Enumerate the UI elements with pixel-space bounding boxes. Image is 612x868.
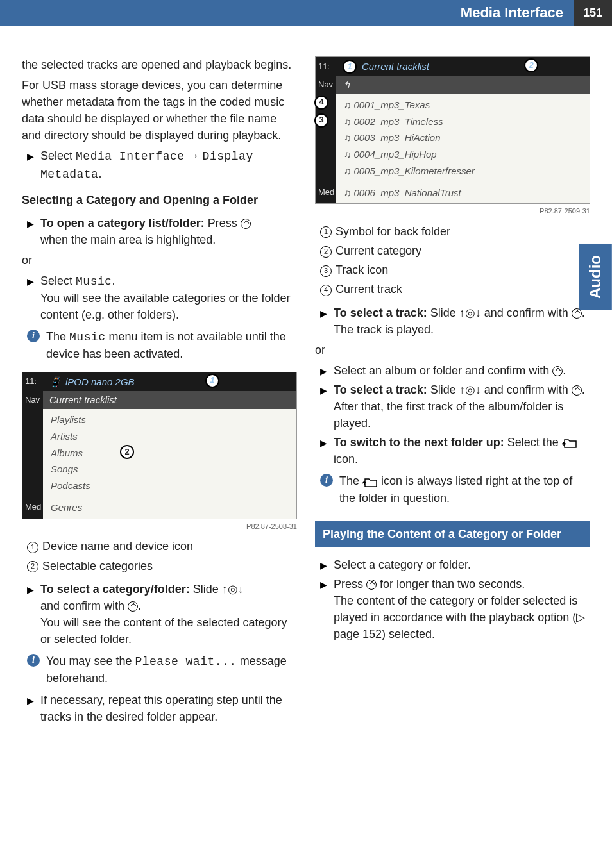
step-select-track-1: ▶ To select a track: Slide ↑◎↓ and confi… — [315, 305, 590, 338]
triangle-icon: ▶ — [27, 147, 34, 182]
callout-2: 2 — [524, 58, 538, 72]
heading-selecting-category: Selecting a Category and Opening a Folde… — [22, 192, 297, 208]
legend-list-1: 1Device name and device icon 2Selectable… — [22, 538, 297, 574]
legend-list-2: 1Symbol for back folder 2Current categor… — [315, 223, 590, 297]
step-select-category-play: ▶ Select a category or folder. — [315, 556, 590, 573]
list-item: Podcasts — [43, 478, 296, 494]
track-icon: ♫ — [344, 132, 353, 143]
step-press-long: ▶ Press for longer than two seconds. The… — [315, 576, 590, 642]
page-number: 151 — [574, 0, 612, 26]
subheading-playing-content: Playing the Content of a Category or Fol… — [315, 521, 590, 547]
step-select-display-metadata: ▶ Select Media Interface → Display Metad… — [22, 147, 297, 182]
list-item: ♫ 0005_mp3_Kilometerfresser — [336, 163, 590, 179]
list-item: Albums — [43, 445, 296, 462]
triangle-icon: ▶ — [320, 305, 327, 338]
slide-icon: ↑◎↓ — [459, 306, 481, 319]
triangle-icon: ▶ — [320, 434, 327, 467]
triangle-icon: ▶ — [320, 362, 327, 379]
triangle-icon: ▶ — [27, 215, 34, 248]
list-item: Artists — [43, 428, 296, 445]
step-select-album-folder: ▶ Select an album or folder and confirm … — [315, 362, 590, 379]
track-icon: ♫ — [344, 99, 353, 110]
or-text: or — [315, 342, 590, 358]
callout-2: 2 — [120, 445, 134, 459]
controller-press-icon — [572, 385, 582, 396]
left-column: the selected tracks are opened and playb… — [22, 56, 297, 728]
info-icon: i — [320, 474, 333, 487]
list-item: ♫ 0004_mp3_HipHop — [336, 146, 590, 163]
list-item: ♫ 0002_mp3_Timeless — [336, 113, 590, 130]
circled-2: 2 — [320, 246, 332, 258]
triangle-icon: ▶ — [27, 272, 34, 323]
callout-1: 1 — [205, 374, 219, 388]
info-note-folder-up: i The icon is always listed right at the… — [315, 472, 590, 506]
device-icon: 📱 — [49, 375, 62, 389]
controller-press-icon — [241, 219, 251, 229]
slide-icon: ↑◎↓ — [222, 583, 244, 596]
step-select-music: ▶ Select Music. You will see the availab… — [22, 272, 297, 323]
section-tab-audio: Audio — [579, 244, 612, 310]
right-column: 11: 1 Current tracklist 2 Nav ↰ ♫ 0001_m… — [315, 56, 590, 728]
info-icon: i — [27, 654, 40, 667]
list-item: ♫ 0001_mp3_Texas — [336, 97, 590, 113]
callout-4: 4 — [314, 96, 328, 110]
folder-up-icon — [562, 437, 577, 449]
triangle-icon: ▶ — [320, 381, 327, 431]
circled-4: 4 — [320, 285, 332, 296]
slide-icon: ↑◎↓ — [459, 383, 481, 396]
list-item: ♫ 0006_mp3_NationalTrust — [336, 185, 590, 201]
circled-1: 1 — [27, 542, 38, 553]
screenshot-tracklist: 11: 1 Current tracklist 2 Nav ↰ ♫ 0001_m… — [315, 56, 590, 204]
list-item: ♫ 0003_mp3_HiAction — [336, 129, 590, 146]
step-repeat: ▶ If necessary, repeat this operating st… — [22, 692, 297, 725]
folder-up-icon — [362, 476, 378, 488]
list-item: Songs — [43, 461, 296, 478]
intro-paragraph-1: the selected tracks are opened and playb… — [22, 56, 297, 73]
info-note-please-wait: i You may see the Please wait... message… — [22, 653, 297, 687]
controller-press-icon — [552, 366, 563, 376]
intro-paragraph-2: For USB mass storage devices, you can de… — [22, 77, 297, 144]
triangle-icon: ▶ — [320, 556, 327, 573]
header-title: Media Interface — [461, 3, 574, 23]
list-item: Genres — [43, 499, 296, 516]
step-switch-folder-up: ▶ To switch to the next folder up: Selec… — [315, 434, 590, 467]
triangle-icon: ▶ — [320, 576, 327, 642]
callout-1: 1 — [343, 60, 357, 74]
circled-2: 2 — [27, 561, 38, 572]
info-icon: i — [27, 330, 40, 342]
controller-press-icon — [572, 308, 582, 319]
list-item: Playlists — [43, 412, 296, 428]
callout-3: 3 — [314, 113, 328, 128]
step-select-category-folder: ▶ To select a category/folder: Slide ↑◎↓… — [22, 581, 297, 647]
step-open-category: ▶ To open a category list/folder: Press … — [22, 215, 297, 248]
step-select-track-2: ▶ To select a track: Slide ↑◎↓ and confi… — [315, 381, 590, 431]
folder-up-icon: ↰ — [343, 79, 351, 90]
track-icon: ♫ — [344, 149, 353, 160]
info-note-music: i The Music menu item is not available u… — [22, 328, 297, 362]
circled-3: 3 — [320, 265, 332, 277]
triangle-icon: ▶ — [27, 692, 34, 725]
screenshot-caption: P82.87-2508-31 — [22, 522, 297, 532]
page-header: Media Interface 151 — [0, 0, 612, 26]
circled-1: 1 — [320, 226, 332, 238]
track-icon: ♫ — [344, 165, 353, 176]
screenshot-ipod-categories: 11: 📱 iPOD nano 2GB 1 Nav Current trackl… — [22, 372, 297, 519]
triangle-icon: ▶ — [27, 581, 34, 647]
track-icon: ♫ — [344, 116, 353, 127]
controller-press-icon — [128, 601, 138, 612]
controller-press-icon — [366, 580, 377, 590]
or-text: or — [22, 252, 297, 269]
track-icon: ♫ — [344, 187, 353, 198]
screenshot-caption: P82.87-2509-31 — [315, 206, 590, 217]
